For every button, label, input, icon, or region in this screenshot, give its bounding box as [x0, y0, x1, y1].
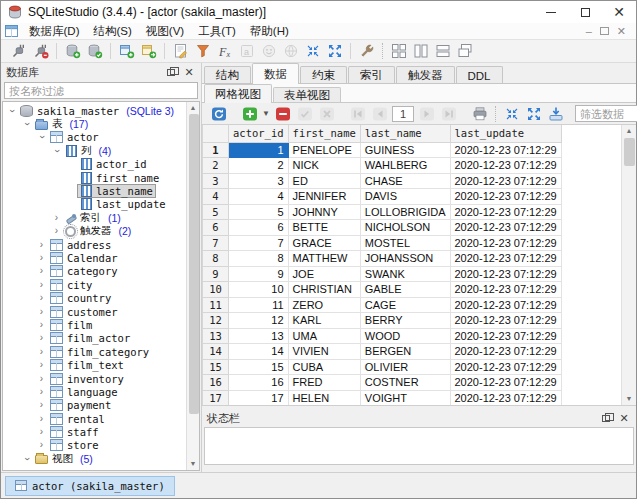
tree-item-calendar[interactable]: ›Calendar [3, 251, 186, 264]
grid-cell[interactable]: COSTNER [360, 375, 450, 391]
expand-columns-icon[interactable] [523, 104, 544, 124]
tree-item-triggers[interactable]: ›触发器(2) [3, 225, 186, 238]
grid-cell[interactable]: 15 [229, 359, 289, 375]
minimize-button[interactable] [534, 1, 568, 23]
tree-item-film[interactable]: ›film [3, 318, 186, 331]
grid-cell[interactable]: 13 [229, 328, 289, 344]
grid-cell[interactable]: KARL [288, 313, 360, 329]
grid-cell[interactable]: 3 [229, 173, 289, 189]
scrollbar-thumb[interactable] [189, 114, 199, 414]
scroll-up-icon[interactable]: ▲ [187, 102, 200, 114]
grid-cell[interactable]: OLIVIER [360, 359, 450, 375]
grid-cell[interactable]: ZERO [288, 297, 360, 313]
grid-cell[interactable]: 2020-12-23 07:12:29 [450, 344, 561, 360]
column-header-actor_id[interactable]: actor_id [229, 125, 289, 142]
tree-expander-icon[interactable]: › [51, 226, 62, 236]
grid-cell[interactable]: 11 [229, 297, 289, 313]
tree-item-sakila-master[interactable]: ›sakila_master(SQLite 3) [3, 104, 186, 117]
cascade-windows-icon[interactable] [454, 41, 475, 61]
grid-cell[interactable]: 2020-12-23 07:12:29 [450, 390, 561, 406]
grid-cell[interactable]: 10 [229, 282, 289, 298]
row-header[interactable]: 6 [203, 220, 229, 236]
grid-cell[interactable]: MOSTEL [360, 235, 450, 251]
tree-scrollbar[interactable]: ▲ ▼ [186, 102, 199, 470]
row-header[interactable]: 11 [203, 297, 229, 313]
grid-cell[interactable]: JENNIFER [288, 189, 360, 205]
tree-item-first-name[interactable]: first_name [3, 171, 186, 184]
minimize-windows-icon[interactable] [302, 41, 323, 61]
close-panel-icon[interactable]: ✕ [617, 412, 631, 424]
tab-triggers[interactable]: 触发器 [396, 66, 455, 84]
tab-data[interactable]: 数据 [252, 63, 299, 84]
grid-cell[interactable]: 16 [229, 375, 289, 391]
grid-cell[interactable]: 2020-12-23 07:12:29 [450, 204, 561, 220]
grid-cell[interactable]: 12 [229, 313, 289, 329]
grid-cell[interactable]: 1 [229, 142, 289, 158]
grid-cell[interactable]: 7 [229, 235, 289, 251]
tab-indexes[interactable]: 索引 [348, 66, 395, 84]
tree-item-film-text[interactable]: ›film_text [3, 358, 186, 371]
add-row-button[interactable] [239, 104, 260, 124]
grid-cell[interactable]: BERRY [360, 313, 450, 329]
grid-cell[interactable]: CUBA [288, 359, 360, 375]
grid-corner-cell[interactable] [203, 125, 229, 142]
function-editor-icon[interactable]: Fx [214, 41, 235, 61]
next-page-button[interactable] [416, 104, 437, 124]
tree-expander-icon[interactable]: › [36, 347, 47, 357]
add-database-icon[interactable] [62, 41, 83, 61]
remove-database-icon[interactable] [84, 41, 105, 61]
delete-row-button[interactable] [272, 104, 293, 124]
row-header[interactable]: 3 [203, 173, 229, 189]
grid-cell[interactable]: 2020-12-23 07:12:29 [450, 251, 561, 267]
scroll-up-icon[interactable]: ▲ [622, 125, 637, 137]
row-header[interactable]: 14 [203, 344, 229, 360]
tree-item-customer[interactable]: ›customer [3, 305, 186, 318]
grid-cell[interactable]: DAVIS [360, 189, 450, 205]
last-page-button[interactable] [438, 104, 459, 124]
grid-cell[interactable]: BETTE [288, 220, 360, 236]
tree-item-staff[interactable]: ›staff [3, 425, 186, 438]
grid-cell[interactable]: 2020-12-23 07:12:29 [450, 282, 561, 298]
grid-cell[interactable]: 2020-12-23 07:12:29 [450, 313, 561, 329]
tree-expander-icon[interactable]: › [51, 213, 62, 223]
tree-filter-input[interactable] [4, 82, 198, 99]
menu-item-view[interactable]: 视图(V) [139, 23, 191, 40]
grid-cell[interactable]: CHRISTIAN [288, 282, 360, 298]
tree-expander-icon[interactable]: › [36, 374, 47, 384]
grid-cell[interactable]: JOHANSSON [360, 251, 450, 267]
fit-columns-icon[interactable] [501, 104, 522, 124]
grid-cell[interactable]: 14 [229, 344, 289, 360]
row-header[interactable]: 17 [203, 390, 229, 406]
maximize-button[interactable] [568, 1, 602, 23]
refresh-table-data-button[interactable] [208, 104, 229, 124]
tree-item-film-actor[interactable]: ›film_actor [3, 332, 186, 345]
mdi-minimize-icon[interactable]: – [586, 26, 592, 36]
grid-cell[interactable]: 2020-12-23 07:12:29 [450, 328, 561, 344]
tree-expander-icon[interactable]: › [52, 145, 62, 156]
menu-item-structure[interactable]: 结构(S) [86, 23, 138, 40]
menu-item-database[interactable]: 数据库(D) [22, 23, 86, 40]
grid-cell[interactable]: JOHNNY [288, 204, 360, 220]
tree-expander-icon[interactable]: › [36, 266, 47, 276]
export-icon[interactable] [138, 41, 159, 61]
tree-item-last-name[interactable]: last_name [3, 184, 186, 197]
grid-cell[interactable]: 17 [229, 390, 289, 406]
tab-structure[interactable]: 结构 [204, 66, 251, 84]
tree-expander-icon[interactable]: › [36, 400, 47, 410]
grid-cell[interactable]: NICHOLSON [360, 220, 450, 236]
tree-item-country[interactable]: ›country [3, 291, 186, 304]
import-icon[interactable] [116, 41, 137, 61]
tree-expander-icon[interactable]: › [36, 427, 47, 437]
tree-expander-icon[interactable]: › [37, 132, 47, 143]
grid-cell[interactable]: NICK [288, 158, 360, 174]
tree-expander-icon[interactable]: › [36, 280, 47, 290]
configuration-icon[interactable] [356, 41, 377, 61]
row-header[interactable]: 4 [203, 189, 229, 205]
connect-database-icon[interactable] [8, 41, 29, 61]
tile-horizontal-icon[interactable] [432, 41, 453, 61]
tree-expander-icon[interactable]: › [36, 320, 47, 330]
tree-expander-icon[interactable]: › [36, 307, 47, 317]
tab-form-view[interactable]: 表单视图 [273, 87, 341, 103]
float-panel-icon[interactable] [164, 66, 178, 78]
column-header-first_name[interactable]: first_name [288, 125, 360, 142]
